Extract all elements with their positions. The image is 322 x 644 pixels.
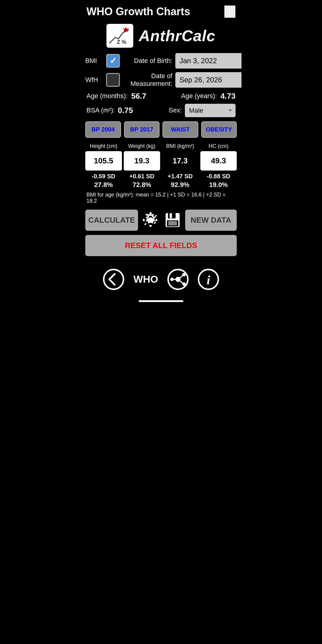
- info-button[interactable]: i: [198, 269, 219, 290]
- bmi-checkbox[interactable]: ✓: [106, 54, 120, 68]
- action-row: CALCULATE: [85, 210, 237, 231]
- who-label: WHO: [133, 273, 158, 285]
- new-data-button[interactable]: NEW DATA: [185, 210, 237, 231]
- bmi-label: BMI: [85, 57, 106, 65]
- svg-rect-6: [170, 213, 172, 218]
- svg-rect-8: [168, 221, 177, 226]
- col-bmi-label: BMI (kg/m²): [162, 143, 199, 149]
- hc-sd: -0.88 SD: [200, 173, 237, 180]
- back-button[interactable]: [103, 269, 124, 290]
- wfh-row: WfH ✓ Date ofMeasurement:: [85, 72, 237, 88]
- height-pct: 27.8%: [85, 181, 122, 189]
- bmi-row: BMI ✓ Date of Birth:: [85, 53, 237, 69]
- age-months-value: 56.7: [131, 92, 146, 101]
- dom-input[interactable]: [175, 72, 242, 88]
- dob-input[interactable]: [175, 53, 242, 69]
- save-button[interactable]: [163, 212, 182, 228]
- age-months-label: Age (months):: [86, 92, 128, 100]
- app-bar: WHO Growth Charts ⋮: [80, 0, 242, 21]
- settings-button[interactable]: [141, 212, 160, 228]
- bsa-item: BSA (m²): 0.75: [86, 106, 133, 115]
- back-icon: [103, 269, 124, 290]
- dom-label: Date ofMeasurement:: [125, 72, 172, 88]
- bsa-sex-row: BSA (m²): 0.75 Sex: Male Female: [85, 104, 237, 117]
- bmi-pct: 92.9%: [162, 181, 199, 189]
- bmi-sd: +1.47 SD: [162, 173, 199, 180]
- info-icon: i: [198, 269, 219, 290]
- hc-input[interactable]: 49.3: [200, 151, 237, 171]
- waist-button[interactable]: WAIST: [162, 121, 198, 138]
- measurements-header: Height (cm) Weight (kg) BMI (kg/m²) HC (…: [85, 143, 237, 149]
- measurements-pct: 27.8% 72.8% 92.9% 19.0%: [85, 181, 237, 189]
- bmi-info: BMI for age (kg/m²): mean = 15.2 | +1 SD…: [85, 192, 237, 204]
- weight-pct: 72.8%: [124, 181, 160, 189]
- measurements-inputs: 105.5 19.3 17.3 49.3: [85, 151, 237, 171]
- age-years-label: Age (years):: [181, 92, 217, 100]
- bmi-checkmark: ✓: [109, 56, 117, 65]
- app-title: WHO Growth Charts: [86, 5, 190, 18]
- wfh-label: WfH: [85, 76, 106, 84]
- main-content: BMI ✓ Date of Birth: WfH ✓ Date ofMeasur…: [80, 53, 242, 256]
- gear-icon: [142, 212, 159, 228]
- bsa-value: 0.75: [118, 106, 133, 115]
- home-indicator: [139, 300, 183, 302]
- logo-area: Z % AnthrCalc: [80, 21, 242, 53]
- col-height-label: Height (cm): [85, 143, 122, 149]
- action-buttons-row: BP 2004 BP 2017 WAIST OBESITY: [85, 121, 237, 138]
- obesity-button[interactable]: OBESITY: [201, 121, 237, 138]
- age-months-item: Age (months): 56.7: [86, 92, 146, 101]
- svg-point-9: [104, 270, 123, 289]
- sex-label: Sex:: [169, 106, 182, 114]
- height-sd: -0.59 SD: [85, 173, 122, 180]
- svg-text:Z %: Z %: [117, 39, 126, 45]
- bmi-display: 17.3: [162, 151, 199, 171]
- hc-pct: 19.0%: [200, 181, 237, 189]
- weight-sd: +0.61 SD: [124, 173, 160, 180]
- age-years-value: 4.73: [220, 92, 236, 101]
- app-name: AnthrCalc: [139, 27, 215, 45]
- age-row: Age (months): 56.7 Age (years): 4.73: [85, 92, 237, 101]
- col-weight-label: Weight (kg): [124, 143, 160, 149]
- bp2017-button[interactable]: BP 2017: [124, 121, 160, 138]
- share-button[interactable]: [167, 269, 189, 290]
- wfh-checkbox[interactable]: ✓: [106, 73, 120, 87]
- share-icon: [167, 269, 189, 290]
- app-logo: Z %: [106, 24, 133, 48]
- sex-item: Sex: Male Female: [169, 104, 236, 117]
- bp2004-button[interactable]: BP 2004: [85, 121, 121, 138]
- svg-text:i: i: [207, 273, 210, 287]
- save-icon: [164, 212, 181, 228]
- weight-input[interactable]: 19.3: [124, 151, 160, 171]
- dob-label: Date of Birth:: [125, 57, 172, 65]
- bottom-nav: WHO i: [80, 264, 242, 297]
- bsa-label: BSA (m²):: [86, 106, 115, 114]
- measurements-sd: -0.59 SD +0.61 SD +1.47 SD -0.88 SD: [85, 173, 237, 180]
- col-hc-label: HC (cm): [200, 143, 237, 149]
- height-input[interactable]: 105.5: [85, 151, 122, 171]
- menu-button[interactable]: ⋮: [224, 5, 236, 18]
- calculate-button[interactable]: CALCULATE: [85, 210, 138, 231]
- age-years-item: Age (years): 4.73: [181, 92, 236, 101]
- sex-select[interactable]: Male Female: [185, 104, 236, 117]
- reset-row: RESET ALL FIELDS: [85, 235, 237, 256]
- reset-button[interactable]: RESET ALL FIELDS: [85, 235, 237, 256]
